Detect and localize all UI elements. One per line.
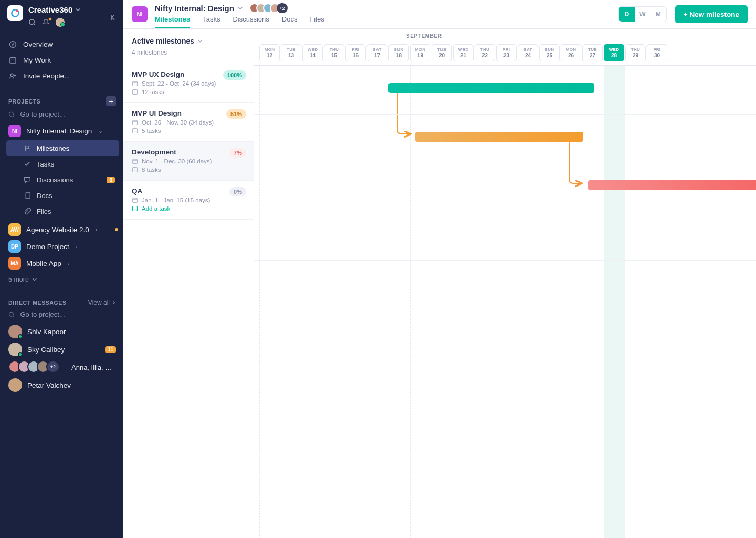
day-cell[interactable]: TUE20 (432, 44, 452, 61)
svg-rect-8 (133, 81, 138, 86)
subnav-docs[interactable]: Docs (6, 188, 119, 203)
tab-milestones[interactable]: Milestones (155, 15, 190, 28)
chat-icon (23, 175, 32, 184)
milestone-row[interactable]: MVP UX Design Sept. 22 - Oct. 24 (34 day… (123, 64, 254, 103)
user-avatar[interactable] (56, 18, 65, 27)
svg-rect-9 (133, 90, 138, 95)
project-ma[interactable]: MA Mobile App › (0, 255, 123, 272)
subnav-files[interactable]: Files (6, 203, 119, 219)
day-cell[interactable]: WED21 (453, 44, 474, 61)
workspace-switcher[interactable]: Creative360 (28, 5, 81, 14)
day-cell[interactable]: TUE27 (582, 44, 603, 61)
day-cell[interactable]: TUE13 (281, 44, 301, 61)
check-icon (23, 160, 32, 168)
project-title[interactable]: Nifty Internal: Design (155, 4, 234, 13)
day-cell[interactable]: THU22 (475, 44, 495, 61)
chevron-icon: › (96, 226, 98, 233)
project-name: Agency Website 2.0 (26, 226, 89, 234)
project-ni[interactable]: NI Nifty Internal: Design ⌄ (0, 122, 123, 139)
milestone-row[interactable]: MVP UI Design Oct. 26 - Nov. 30 (34 days… (123, 103, 254, 142)
dms-heading: DIRECT MESSAGES (8, 299, 67, 306)
day-cell[interactable]: SAT17 (367, 44, 387, 61)
search-icon[interactable] (28, 18, 37, 27)
project-icon: DP (8, 240, 21, 253)
add-task-link[interactable]: Add a task (132, 205, 245, 212)
range-toggle: DWM (618, 6, 667, 22)
day-cell[interactable]: SUN18 (388, 44, 409, 61)
badge: 3 (107, 177, 115, 183)
day-cell[interactable]: MON12 (259, 44, 280, 61)
milestone-row[interactable]: QA Jan. 1 - Jan. 15 (15 days) Add a task… (123, 181, 254, 220)
range-D[interactable]: D (619, 7, 635, 22)
day-cell[interactable]: FRI23 (496, 44, 517, 61)
timeline-bar[interactable] (415, 132, 583, 142)
range-M[interactable]: M (650, 7, 666, 22)
day-cell[interactable]: THU29 (625, 44, 646, 61)
chevron-down-icon[interactable] (237, 5, 243, 11)
avatar (8, 378, 22, 392)
chevron-icon: ⌄ (98, 128, 103, 134)
timeline-bar[interactable] (388, 83, 594, 93)
nav-overview[interactable]: Overview (4, 36, 119, 52)
calendar-icon (132, 158, 138, 164)
svg-point-7 (9, 312, 14, 316)
project-chip[interactable]: NI (132, 6, 148, 22)
project-aw[interactable]: AW Agency Website 2.0 › (0, 221, 123, 238)
chevron-icon: › (68, 260, 70, 266)
nav-invite[interactable]: Invite People... (4, 68, 119, 84)
member-avatars[interactable]: +2 (249, 3, 288, 13)
add-project-button[interactable]: + (106, 96, 116, 106)
day-cell[interactable]: FRI30 (647, 44, 667, 61)
sidebar: Creative360 Overview My Work Invite Peop… (0, 0, 123, 538)
svg-rect-12 (133, 159, 138, 163)
svg-point-5 (10, 74, 13, 76)
timeline: SEPTEMBEROCMON12TUE13WED14THU15FRI16SAT1… (254, 29, 756, 538)
project-search-input[interactable] (20, 110, 115, 118)
milestone-filter[interactable]: Active milestones (132, 37, 203, 45)
day-cell[interactable]: WED28 (604, 44, 624, 61)
subnav-tasks[interactable]: Tasks (6, 156, 119, 172)
dm-search-input[interactable] (20, 311, 115, 318)
day-cell[interactable]: WED14 (302, 44, 323, 61)
svg-rect-15 (133, 206, 138, 211)
new-milestone-button[interactable]: + New milestone (675, 5, 748, 23)
calendar-icon (132, 80, 138, 87)
day-cell[interactable]: MON19 (410, 44, 430, 61)
tab-files[interactable]: Files (310, 15, 324, 28)
nav-mywork[interactable]: My Work (4, 52, 119, 68)
dm-group[interactable]: +2 Anna, Illia, Sky... (0, 358, 123, 376)
clip-icon (23, 207, 32, 215)
invite-icon (8, 71, 17, 80)
dm-item[interactable]: Petar Valchev (0, 376, 123, 394)
workspace-logo[interactable] (7, 5, 23, 21)
range-W[interactable]: W (635, 7, 650, 22)
day-cell[interactable]: SUN25 (539, 44, 560, 61)
tab-docs[interactable]: Docs (282, 15, 298, 28)
collapse-sidebar-icon[interactable] (110, 14, 117, 21)
dms-view-all[interactable]: View all (88, 299, 116, 306)
subnav-milestones[interactable]: Milestones (6, 140, 119, 156)
calendar-icon (8, 56, 17, 64)
dm-item[interactable]: Shiv Kapoor (0, 323, 123, 340)
project-search[interactable] (0, 110, 123, 122)
day-cell[interactable]: FRI16 (345, 44, 366, 61)
project-dp[interactable]: DP Demo Project › (0, 238, 123, 255)
progress-badge: 0% (229, 187, 246, 196)
list-icon (132, 128, 138, 134)
projects-heading: PROJECTS (8, 98, 40, 105)
subnav-discussions[interactable]: Discussions 3 (6, 172, 119, 188)
timeline-bar[interactable] (588, 180, 756, 190)
day-cell[interactable]: MON26 (561, 44, 581, 61)
day-cell[interactable]: THU15 (324, 44, 344, 61)
dm-search[interactable] (0, 311, 123, 323)
notifications-icon[interactable] (42, 18, 50, 27)
milestone-row[interactable]: Development Nov. 1 - Dec. 30 (60 days) 8… (123, 142, 254, 181)
projects-more[interactable]: 5 more (0, 272, 123, 287)
dm-item[interactable]: Sky Calibey 11 (0, 340, 123, 358)
tab-discussions[interactable]: Discussions (233, 15, 269, 28)
day-cell[interactable]: SAT24 (518, 44, 538, 61)
progress-badge: 100% (223, 70, 246, 80)
unread-badge: 11 (105, 346, 116, 353)
svg-rect-4 (9, 57, 15, 63)
tab-tasks[interactable]: Tasks (203, 15, 220, 28)
